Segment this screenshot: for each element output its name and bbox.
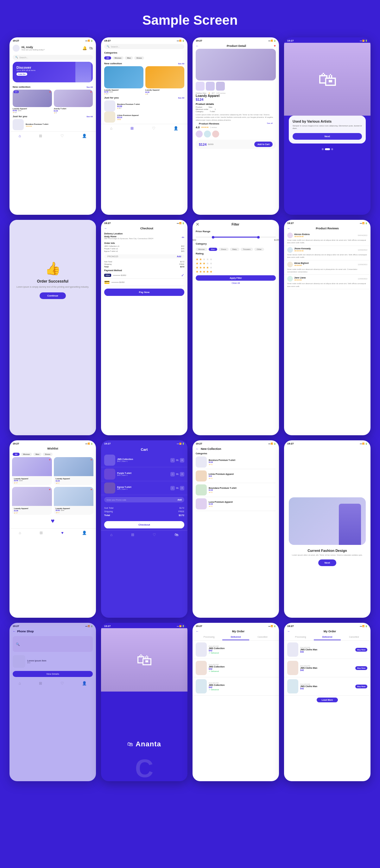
nav-home-icon[interactable]: ⌂: [19, 134, 21, 138]
mo2-tab-delivered[interactable]: Delivered: [314, 634, 340, 640]
pd-thumb-3[interactable]: [216, 82, 225, 91]
ps-search-bar[interactable]: 🔍: [13, 636, 93, 652]
checkout-back-btn[interactable]: ←: [104, 226, 107, 230]
cart-promo-add-btn[interactable]: Add: [177, 499, 182, 501]
notification-icon[interactable]: 🔔: [82, 46, 87, 50]
visa-card-row[interactable]: VISA ••••••••••• $1652 ✓: [104, 272, 184, 279]
ps-action-btn[interactable]: View Details: [13, 671, 93, 677]
wl-item-1[interactable]: ♥ Loandy Apparel $248 $299 ★ 4.7: [12, 457, 52, 485]
star-line-1[interactable]: ★ ★ ★ ★ ★: [196, 257, 276, 261]
nav-user-ps[interactable]: 👤: [82, 681, 87, 685]
price-range-bar[interactable]: [196, 237, 276, 238]
pd-reviews-see-all[interactable]: See all: [267, 122, 276, 125]
nc-list-item-4[interactable]: Luva Premium Apparel $138 ★ 4.1: [196, 497, 276, 511]
nc-list-item-2[interactable]: LUnia Premium Apparel $18 ★ 4.1: [196, 469, 276, 483]
mo2-buy-btn-1[interactable]: Buy Now: [355, 648, 367, 652]
nav-heart-ps[interactable]: ♡: [61, 681, 64, 685]
cat-tag-trousers[interactable]: Trousers: [241, 248, 253, 251]
wl-heart-2[interactable]: ♥: [91, 458, 92, 461]
wl-heart-1[interactable]: ♥: [49, 458, 51, 461]
mo1-tab-processing[interactable]: Processing: [196, 634, 222, 640]
star-line-3[interactable]: ★ ★ ★ ★ ★: [196, 266, 276, 269]
nav-bag-cart[interactable]: 🛍: [175, 532, 178, 537]
nc-card-2[interactable]: Loandy Apparel $138 ★ 4: [145, 66, 185, 95]
mo2-tab-cancelled[interactable]: Cancelled: [341, 634, 367, 640]
wishlist-tab-all[interactable]: All: [13, 453, 20, 456]
pd-thumb-2[interactable]: [206, 82, 215, 91]
cat-tag-other[interactable]: Other: [254, 248, 264, 251]
nc-list-item-3[interactable]: Boundara Premium T-shirt $138 ★ 4.1: [196, 483, 276, 497]
nav-heart-cart[interactable]: ♡: [153, 532, 156, 537]
mo2-buy-btn-2[interactable]: Buy Now: [355, 666, 367, 670]
cat-tag-baby[interactable]: Baby: [230, 248, 240, 251]
range-dot-left[interactable]: [212, 236, 214, 239]
badge-heart-1[interactable]: ♥: [50, 91, 51, 93]
nav-heart-icon-browse[interactable]: ♡: [152, 126, 156, 130]
range-dot-right[interactable]: [257, 236, 260, 239]
qty-plus-1[interactable]: +: [180, 458, 184, 463]
nav-user-icon[interactable]: 👤: [82, 134, 87, 138]
nc-back-btn[interactable]: ←: [196, 447, 199, 451]
mo1-tab-delivered[interactable]: Delivered: [222, 634, 249, 640]
mo2-back-btn[interactable]: ←: [287, 629, 290, 633]
nc-list-item-1[interactable]: Bondura Premium T-shirt $138 ★ 4.1: [196, 455, 276, 469]
nav-heart-wl[interactable]: ♥: [61, 531, 63, 535]
nav-home-wl[interactable]: ⌂: [19, 531, 21, 535]
pd-heart-btn[interactable]: ♥: [274, 44, 276, 48]
qty-minus-2[interactable]: −: [170, 472, 175, 476]
discover-banner[interactable]: Discover Up to 30% off all items Lets Go: [13, 62, 93, 82]
nc-card-1[interactable]: Loandy Apparel $248 $299 ★ 4.7: [104, 66, 144, 95]
wl-item-4[interactable]: ♥ Loandy Apparel $248 $299 ★ 4.7: [54, 487, 94, 515]
mo2-tab-processing[interactable]: Processing: [287, 634, 314, 640]
nav-home-icon-browse[interactable]: ⌂: [110, 126, 113, 130]
badge-heart-2[interactable]: ♥: [90, 91, 92, 93]
ps-back-btn[interactable]: ←: [13, 629, 16, 633]
continue-btn[interactable]: Continue: [40, 292, 66, 299]
add-to-cart-btn[interactable]: Add to Cart: [254, 142, 273, 147]
see-all-new[interactable]: See All: [87, 86, 93, 88]
cfd-next-btn[interactable]: Next: [318, 559, 336, 566]
browse-jfy-item-1[interactable]: Bondera Premium T-shirt $138 ★ 4.7: [101, 100, 187, 112]
wl-item-2[interactable]: ♥ Loandy Apparel $138 ★ 4.7: [54, 457, 94, 485]
product-card-1[interactable]: 50% ♥ Loandy Apparel $248 $299 ★ 4.7: [13, 90, 52, 114]
nav-grid-cart[interactable]: ⊞: [131, 532, 134, 537]
mo1-back-btn[interactable]: ←: [196, 629, 199, 633]
filter-close-btn[interactable]: ✕: [196, 222, 199, 227]
nav-home-ps[interactable]: ⌂: [19, 681, 21, 685]
pd-back-btn[interactable]: ←: [196, 44, 199, 48]
apply-filter-btn[interactable]: Apply Filter: [196, 275, 276, 281]
qty-plus-2[interactable]: +: [180, 472, 184, 476]
nav-grid-ps[interactable]: ⊞: [39, 681, 42, 685]
cart-checkout-btn[interactable]: Checkout: [104, 521, 184, 528]
cat-tab-woman[interactable]: Woman: [113, 56, 124, 60]
nav-home-cart[interactable]: ⌂: [110, 532, 113, 537]
wishlist-tab-woman[interactable]: Woman: [21, 453, 32, 456]
cat-tag-man[interactable]: Man: [209, 248, 218, 251]
product-card-2[interactable]: ♥ Joardy T-shirt $138 ★ 4: [54, 90, 93, 114]
ps-item-1[interactable]: Lorem ipsum item $42: [9, 654, 96, 669]
wl-heart-4[interactable]: ♥: [91, 488, 92, 491]
nav-user-wl[interactable]: 👤: [82, 531, 87, 535]
promo-add-btn[interactable]: Add: [177, 255, 181, 257]
wishlist-tab-dress[interactable]: Dress: [43, 453, 53, 456]
nav-grid-icon-browse[interactable]: ⊞: [130, 126, 134, 130]
pd-thumb-1[interactable]: [196, 82, 204, 91]
just-for-you-item[interactable]: Bondera Premium T-shirt ★★★★★: [9, 119, 96, 130]
cat-tag-woman[interactable]: Woman: [196, 248, 208, 251]
banner-btn[interactable]: Lets Go: [17, 72, 27, 76]
reviews-back-btn[interactable]: ←: [287, 226, 290, 230]
mo1-tab-cancelled[interactable]: Cancelled: [249, 634, 276, 640]
nav-user-icon-browse[interactable]: 👤: [173, 126, 178, 130]
star-line-4[interactable]: ★ ★ ★ ★ ★: [196, 270, 276, 273]
cat-tab-dress[interactable]: Dress: [134, 56, 144, 60]
browse-see-all[interactable]: See All: [178, 63, 184, 65]
onboard-next-btn[interactable]: Next: [293, 133, 362, 140]
mo2-buy-btn-3[interactable]: Buy Now: [355, 685, 367, 688]
browse-search[interactable]: 🔍 Search...: [104, 44, 184, 49]
nav-heart-icon[interactable]: ♡: [61, 134, 64, 138]
qty-minus-3[interactable]: −: [170, 486, 175, 490]
bag-icon[interactable]: 🛍: [89, 46, 93, 50]
qty-minus-1[interactable]: −: [170, 458, 175, 463]
wl-item-3[interactable]: ♥ Loandy Apparel $138 ★ 4.7: [12, 487, 52, 515]
mo2-load-more-btn[interactable]: Load More: [317, 698, 338, 702]
